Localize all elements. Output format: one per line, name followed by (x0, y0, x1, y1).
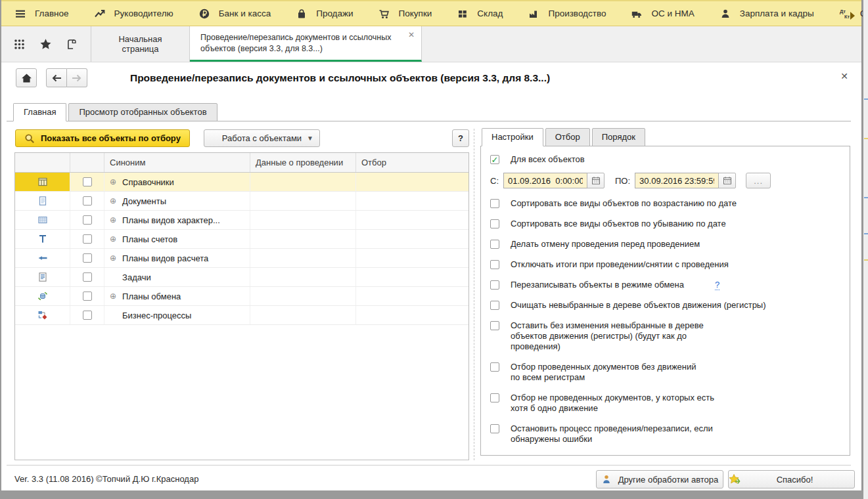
row-label: Справочники (122, 177, 174, 187)
app-window: Главное Руководителю Банк и касса Продаж… (1, 0, 862, 490)
menu-item-proizvodstvo[interactable]: Производство (528, 8, 606, 20)
row-checkbox[interactable] (83, 292, 92, 301)
option-sort-desc[interactable]: Сортировать все виды объектов по убывани… (490, 219, 842, 229)
row-checkbox[interactable] (83, 234, 92, 244)
expand-icon[interactable] (110, 235, 116, 243)
menu-item-prodazhi[interactable]: Продажи (296, 8, 353, 20)
work-with-objects-button[interactable]: Работа с объектами ▼ (204, 129, 320, 147)
date-to-label: ПО: (615, 176, 630, 186)
table-row-zadachi[interactable]: Задачи (15, 268, 468, 287)
option-filter-unposted-with-movements[interactable]: Отбор не проведенных документов, у котор… (490, 393, 842, 414)
thanks-button[interactable]: Спасибо! (728, 470, 855, 488)
row-label: Планы счетов (122, 234, 177, 244)
menu-item-os-i-nma[interactable]: ОС и НМА (631, 8, 694, 20)
header-filter[interactable]: Отбор (356, 153, 468, 172)
option-stop-on-errors[interactable]: Остановить процесс проведения/перезаписи… (490, 423, 842, 445)
table-row-plany-schetov[interactable]: Планы счетов (15, 230, 468, 249)
all-objects-checkbox[interactable] (490, 155, 499, 164)
row-checkbox[interactable] (83, 177, 92, 186)
tab-processing[interactable]: Проведение/перезапись документов и ссыло… (190, 26, 422, 62)
menu-item-glavnoe[interactable]: Главное (14, 8, 69, 20)
option-checkbox[interactable] (490, 393, 499, 402)
option-disable-totals[interactable]: Отключать итоги при проведении/снятии с … (490, 259, 842, 270)
forward-button[interactable] (67, 68, 87, 87)
option-keep-unselected[interactable]: Оставить без изменения невыбранные в дер… (490, 320, 842, 352)
table-row-plany-vidov-rascheta[interactable]: Планы видов расчета (15, 249, 468, 268)
tab-start-page[interactable]: Начальная страница (91, 26, 190, 62)
row-checkbox[interactable] (83, 272, 92, 282)
date-to-calendar-button[interactable] (718, 173, 736, 188)
table-row-plany-obmena[interactable]: Планы обмена (15, 287, 468, 306)
history-button[interactable] (62, 33, 81, 54)
menu-item-bank-i-kassa[interactable]: Банк и касса (198, 8, 271, 20)
menu-item-pokupki[interactable]: Покупки (378, 8, 432, 20)
favorites-button[interactable] (35, 33, 55, 54)
truck-icon (631, 8, 643, 20)
expand-icon[interactable] (110, 197, 116, 205)
date-from-calendar-button[interactable] (587, 173, 605, 188)
help-button[interactable]: ? (452, 129, 469, 147)
home-button[interactable] (16, 68, 37, 87)
row-checkbox[interactable] (83, 196, 92, 206)
panel-splitter[interactable] (474, 129, 474, 460)
magnifier-icon (24, 133, 35, 144)
option-checkbox[interactable] (490, 362, 499, 372)
option-checkbox[interactable] (490, 424, 499, 433)
menu-item-sklad[interactable]: Склад (457, 8, 503, 20)
option-label: Оставить без изменения невыбранные в дер… (511, 320, 704, 352)
exchange-help-link[interactable]: ? (715, 280, 720, 290)
header-posting-data[interactable]: Данные о проведении (250, 153, 356, 172)
back-button[interactable] (46, 68, 67, 87)
other-tools-button[interactable]: Другие обработки автора (596, 470, 723, 488)
row-checkbox[interactable] (83, 215, 92, 225)
dtkt-icon: ДтКт (839, 8, 852, 20)
chevron-down-icon: ▼ (307, 135, 313, 142)
row-checkbox[interactable] (83, 253, 92, 263)
option-sort-asc[interactable]: Сортировать все виды объектов по возраст… (490, 198, 842, 209)
date-to-input[interactable] (635, 173, 719, 188)
close-icon[interactable] (840, 71, 848, 81)
option-checkbox[interactable] (490, 321, 499, 330)
option-checkbox[interactable] (490, 199, 499, 208)
all-functions-button[interactable] (9, 33, 29, 54)
settings-panel: Настройки Отбор Порядок Для всех объекто… (480, 128, 850, 460)
option-checkbox[interactable] (490, 280, 499, 290)
option-all-objects[interactable]: Для всех объектов (490, 154, 842, 165)
expand-icon[interactable] (110, 216, 116, 224)
tab-view-selected-objects[interactable]: Просмотр отобранных объектов (68, 103, 217, 121)
tab-glavnaya[interactable]: Главная (13, 103, 66, 121)
show-all-objects-button[interactable]: Показать все объекты по отбору (15, 129, 190, 147)
menu-overflow-button[interactable] (850, 11, 856, 22)
option-checkbox[interactable] (490, 240, 499, 249)
help-label: ? (458, 133, 463, 143)
option-checkbox[interactable] (490, 219, 499, 228)
person-icon (720, 8, 731, 20)
menu-item-label: Покупки (399, 9, 432, 18)
calc-types-icon (37, 253, 48, 263)
tab-nastroyki[interactable]: Настройки (482, 128, 543, 146)
header-synonym[interactable]: Синоним (104, 153, 250, 172)
option-checkbox[interactable] (490, 301, 499, 310)
option-checkbox[interactable] (490, 260, 499, 269)
date-from-input[interactable] (503, 173, 587, 188)
expand-icon[interactable] (110, 292, 116, 300)
table-row-biznes-processy[interactable]: Бизнес-процессы (15, 306, 468, 325)
option-filter-posted-no-movements[interactable]: Отбор проведенных документов без движени… (490, 362, 842, 383)
sections-menubar: Главное Руководителю Банк и касса Продаж… (1, 0, 861, 26)
table-row-spravochniki[interactable]: Справочники (15, 173, 468, 192)
expand-icon[interactable] (110, 254, 116, 262)
menu-item-rukovoditelyu[interactable]: Руководителю (94, 8, 173, 20)
ruble-icon (198, 8, 210, 20)
option-rewrite-exchange-mode[interactable]: Перезаписывать объекты в режиме обмена ? (490, 280, 842, 290)
expand-icon[interactable] (110, 178, 116, 186)
option-undo-posting-first[interactable]: Делать отмену проведения перед проведени… (490, 239, 842, 250)
table-row-dokumenty[interactable]: Документы (15, 192, 468, 211)
table-row-plany-vidov-kharakteristik[interactable]: Планы видов характер... (15, 211, 468, 230)
option-clear-unselected[interactable]: Очищать невыбранные в дереве объектов дв… (490, 300, 842, 311)
menu-item-zarplata-i-kadry[interactable]: Зарплата и кадры (720, 8, 814, 20)
tab-close-icon[interactable] (408, 31, 415, 39)
row-checkbox[interactable] (83, 311, 92, 320)
tab-poryadok[interactable]: Порядок (592, 128, 645, 146)
date-more-button[interactable]: ... (746, 173, 771, 188)
tab-otbor[interactable]: Отбор (545, 128, 590, 146)
